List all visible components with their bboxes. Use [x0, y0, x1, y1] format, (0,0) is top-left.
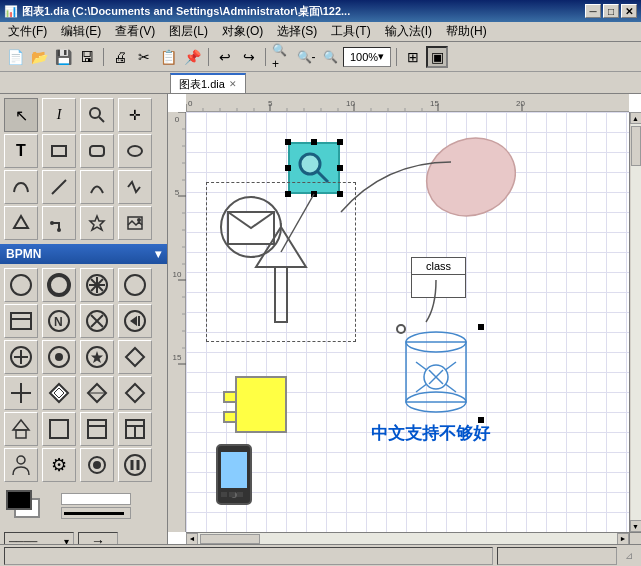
shape-grid-box[interactable] — [118, 412, 152, 446]
shape-corner-arrows[interactable] — [4, 376, 38, 410]
tab-close-button[interactable]: ✕ — [229, 79, 237, 89]
open-button[interactable]: 📂 — [28, 46, 50, 68]
shape-panel-header[interactable]: BPMN ▾ — [0, 244, 167, 264]
scroll-down-button[interactable]: ▼ — [630, 520, 642, 532]
menu-file[interactable]: 文件(F) — [2, 21, 53, 42]
resize-grip[interactable]: ⊿ — [621, 548, 637, 564]
shape-gear[interactable]: ⚙ — [42, 448, 76, 482]
scroll-track-right[interactable] — [631, 124, 641, 520]
tool-zigzag[interactable] — [118, 170, 152, 204]
selection-handle-ml[interactable] — [285, 165, 291, 171]
shape-hex-diamond[interactable] — [80, 376, 114, 410]
shape-light-diamond[interactable] — [118, 376, 152, 410]
zoom-out-button[interactable]: 🔍- — [295, 46, 317, 68]
cylinder-shape[interactable] — [401, 327, 481, 420]
shape-plus-circle[interactable] — [4, 340, 38, 374]
scroll-left-button[interactable]: ◄ — [186, 533, 198, 545]
arrow-style-button[interactable]: → — [78, 532, 118, 544]
shape-n-marker[interactable]: N — [42, 304, 76, 338]
line-style[interactable] — [61, 493, 131, 505]
canvas-area[interactable]: 0 5 10 15 20 — [168, 94, 641, 544]
class-box[interactable]: class — [411, 257, 466, 298]
undo-button[interactable]: ↩ — [214, 46, 236, 68]
save-button[interactable]: 💾 — [52, 46, 74, 68]
scroll-right-button[interactable]: ► — [617, 533, 629, 545]
line-width[interactable] — [61, 507, 131, 519]
menu-layer[interactable]: 图层(L) — [163, 21, 214, 42]
shape-rect-divider[interactable] — [4, 304, 38, 338]
scrollbar-right[interactable]: ▲ ▼ — [629, 112, 641, 532]
copy-button[interactable]: 📋 — [157, 46, 179, 68]
tool-text[interactable]: T — [4, 134, 38, 168]
menu-input[interactable]: 输入法(I) — [379, 21, 438, 42]
tool-arc[interactable] — [80, 170, 114, 204]
tool-move[interactable]: ✛ — [118, 98, 152, 132]
shape-rec[interactable] — [80, 448, 114, 482]
shape-asterisk[interactable] — [80, 268, 114, 302]
shape-diamond[interactable] — [118, 340, 152, 374]
tool-select[interactable]: ↖ — [4, 98, 38, 132]
shape-bar-box[interactable] — [80, 412, 114, 446]
menu-view[interactable]: 查看(V) — [109, 21, 161, 42]
tool-line[interactable] — [42, 170, 76, 204]
shape-people[interactable] — [4, 448, 38, 482]
menu-help[interactable]: 帮助(H) — [440, 21, 493, 42]
selection-handle-tm[interactable] — [311, 139, 317, 145]
phone-shape[interactable] — [214, 442, 254, 510]
minimize-button[interactable]: ─ — [585, 4, 601, 18]
tool-ellipse[interactable] — [118, 134, 152, 168]
tool-bezier[interactable] — [4, 170, 38, 204]
zoom-in-button[interactable]: 🔍+ — [271, 46, 293, 68]
line-pattern-selector[interactable]: ────▾ — [4, 532, 74, 544]
scroll-up-button[interactable]: ▲ — [630, 112, 642, 124]
menu-tools[interactable]: 工具(T) — [325, 21, 376, 42]
selection-handle-mr[interactable] — [337, 165, 343, 171]
scroll-thumb-right[interactable] — [631, 126, 641, 166]
selection-handle-tl[interactable] — [285, 139, 291, 145]
tool-corner[interactable] — [42, 206, 76, 240]
save-as-button[interactable]: 🖫 — [76, 46, 98, 68]
print-button[interactable]: 🖨 — [109, 46, 131, 68]
canvas[interactable]: class — [186, 112, 629, 532]
tool-box[interactable] — [42, 134, 76, 168]
scroll-track-bottom[interactable] — [198, 533, 617, 545]
menu-object[interactable]: 对象(O) — [216, 21, 269, 42]
shape-filled-circle[interactable] — [4, 268, 38, 302]
tab-diagram1[interactable]: 图表1.dia ✕ — [170, 73, 246, 93]
zoom-fit-button[interactable]: 🔍 — [319, 46, 341, 68]
selection-handle-tr[interactable] — [337, 139, 343, 145]
shape-open-diamond[interactable] — [42, 376, 76, 410]
scroll-thumb-bottom[interactable] — [200, 534, 260, 544]
maximize-button[interactable]: □ — [603, 4, 619, 18]
cyl-handle-tr[interactable] — [478, 324, 484, 330]
menu-select[interactable]: 选择(S) — [271, 21, 323, 42]
shape-dot-circle[interactable] — [42, 340, 76, 374]
tool-rounded-box[interactable] — [80, 134, 114, 168]
tool-star[interactable] — [80, 206, 114, 240]
shape-x-circle[interactable] — [80, 304, 114, 338]
tool-image[interactable] — [118, 206, 152, 240]
blob-shape[interactable] — [406, 132, 516, 225]
shape-thick-circle[interactable] — [42, 268, 76, 302]
shape-star-circle[interactable] — [80, 340, 114, 374]
tool-magnifier[interactable] — [80, 98, 114, 132]
shape-checkbox[interactable] — [42, 412, 76, 446]
cut-button[interactable]: ✂ — [133, 46, 155, 68]
foreground-color-swatch[interactable] — [6, 490, 32, 510]
paste-button[interactable]: 📌 — [181, 46, 203, 68]
tool-poly[interactable] — [4, 206, 38, 240]
menu-edit[interactable]: 编辑(E) — [55, 21, 107, 42]
shape-pause[interactable] — [118, 448, 152, 482]
tool-text-cursor[interactable]: I — [42, 98, 76, 132]
zoom-level[interactable]: 100%▾ — [343, 47, 391, 67]
new-button[interactable]: 📄 — [4, 46, 26, 68]
scrollbar-bottom[interactable]: ◄ ► — [186, 532, 629, 544]
redo-button[interactable]: ↪ — [238, 46, 260, 68]
snap-button[interactable]: ▣ — [426, 46, 448, 68]
shape-panel-toggle[interactable]: ▾ — [155, 247, 161, 261]
grid-button[interactable]: ⊞ — [402, 46, 424, 68]
close-button[interactable]: ✕ — [621, 4, 637, 18]
shape-empty-circle[interactable] — [118, 268, 152, 302]
shape-up-arrow[interactable] — [4, 412, 38, 446]
shape-rewind[interactable] — [118, 304, 152, 338]
